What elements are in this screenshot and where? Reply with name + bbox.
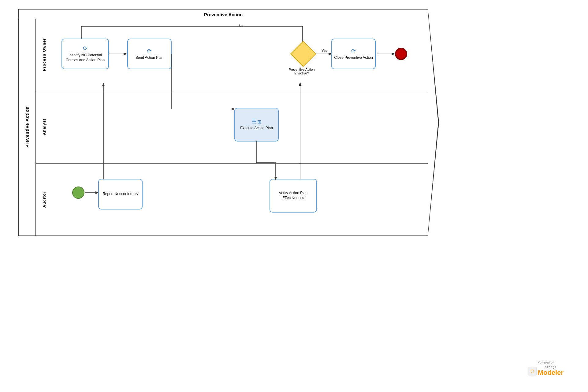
gateway-effective bbox=[290, 41, 316, 67]
task-send[interactable]: ⟳ Send Action Plan bbox=[127, 39, 172, 69]
task-icon-execute: ☰ ⊞ bbox=[252, 119, 261, 125]
lanes-container: Process Owner bbox=[35, 19, 428, 236]
start-event bbox=[72, 187, 84, 199]
lane-content-process-owner: Yes No ⟳ Identify NC Potential Causes an… bbox=[52, 19, 428, 91]
task-label-execute: Execute Action Plan bbox=[240, 126, 273, 131]
lane-content-auditor: Report Nonconformity Verify Action Plan … bbox=[52, 164, 428, 236]
task-label-verify: Verify Action Plan Effectiveness bbox=[272, 191, 314, 200]
lane-process-owner: Process Owner bbox=[35, 19, 428, 91]
task-verify[interactable]: Verify Action Plan Effectiveness bbox=[270, 179, 317, 213]
task-report[interactable]: Report Nonconformity bbox=[98, 179, 143, 209]
bizagi-brand: bizagi Modeler bbox=[538, 365, 564, 377]
gateway-label: Preventive Action Effective? bbox=[282, 68, 322, 75]
bizagi-icon: ⬡ bbox=[528, 367, 537, 375]
task-label-identify: Identify NC Potential Causes and Action … bbox=[64, 53, 106, 62]
diagram-container: Preventive Action Preventive Action Proc… bbox=[18, 9, 428, 236]
task-identify[interactable]: ⟳ Identify NC Potential Causes and Actio… bbox=[61, 39, 109, 69]
svg-text:No: No bbox=[239, 24, 243, 28]
lane-label-process-owner: Process Owner bbox=[35, 19, 52, 91]
task-label-send: Send Action Plan bbox=[136, 55, 163, 60]
task-execute[interactable]: ☰ ⊞ Execute Action Plan bbox=[234, 108, 279, 141]
end-event bbox=[395, 48, 407, 60]
lane-auditor: Auditor Report Nonconformity bbox=[35, 164, 428, 236]
lane-content-analyst: ☰ ⊞ Execute Action Plan bbox=[52, 91, 428, 163]
lane-label-auditor: Auditor bbox=[35, 164, 52, 236]
task-icon-identify: ⟳ bbox=[83, 45, 87, 52]
powered-by-section: Powered by ⬡ bizagi Modeler bbox=[528, 361, 564, 377]
pool-label: Preventive Action bbox=[19, 19, 35, 236]
task-label-report: Report Nonconformity bbox=[102, 192, 138, 197]
task-label-close: Close Preventive Action bbox=[334, 55, 373, 60]
powered-by-text: Powered by bbox=[528, 361, 564, 364]
bizagi-logo: ⬡ bizagi Modeler bbox=[528, 365, 564, 377]
diagram-title: Preventive Action bbox=[19, 12, 428, 17]
task-close[interactable]: ⟳ Close Preventive Action bbox=[331, 39, 376, 69]
svg-text:Yes: Yes bbox=[322, 49, 327, 52]
task-icon-close: ⟳ bbox=[351, 47, 356, 54]
task-icon-send: ⟳ bbox=[147, 47, 152, 54]
lane-analyst: Analyst ☰ ⊞ Execute Action Plan bbox=[35, 91, 428, 163]
lane-label-analyst: Analyst bbox=[35, 91, 52, 163]
